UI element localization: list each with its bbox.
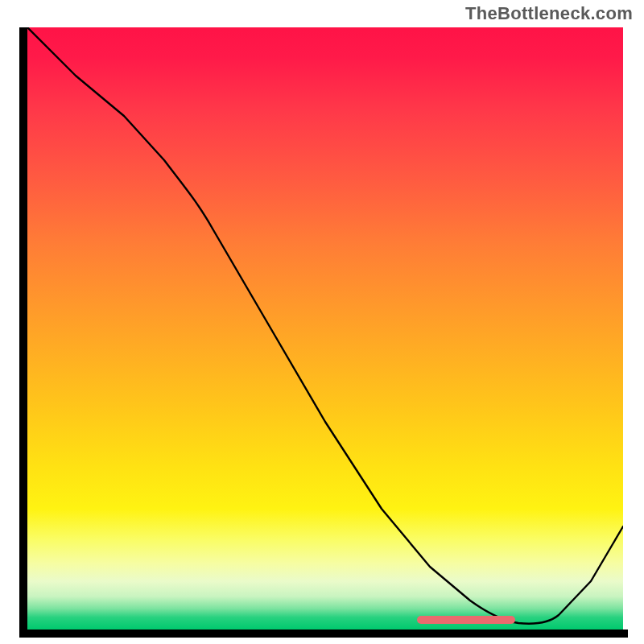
plot-area [27, 27, 623, 630]
bottleneck-curve [27, 27, 623, 630]
optimal-range-marker [417, 616, 515, 624]
axis-origin [19, 630, 27, 638]
y-axis [19, 27, 27, 630]
chart-container: { "watermark": "TheBottleneck.com", "col… [0, 0, 644, 644]
watermark-text: TheBottleneck.com [465, 3, 633, 24]
x-axis [19, 630, 628, 638]
curve-path [27, 27, 623, 624]
